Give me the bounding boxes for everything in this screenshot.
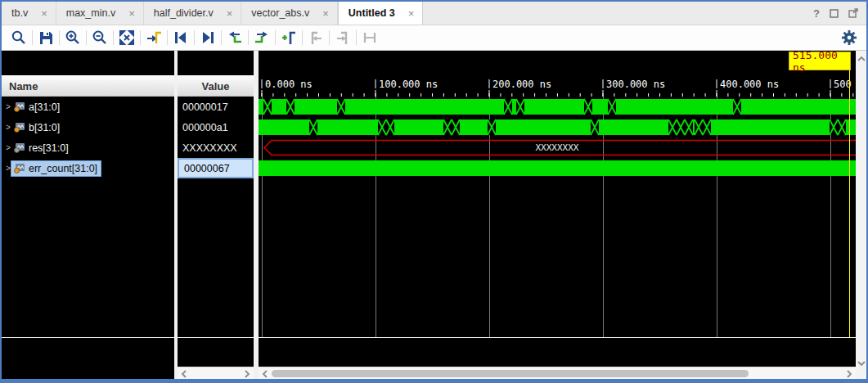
toolbar-separator <box>302 30 303 45</box>
signal-value-text: XXXXXXXX <box>178 142 237 154</box>
signal-name-wrap[interactable]: res[31:0] <box>11 141 72 155</box>
tab-strip: tb.v×max_min.v×half_divider.v×vector_abs… <box>2 2 423 25</box>
time-cursor[interactable] <box>849 70 850 337</box>
tab-vector-abs-v[interactable]: vector_abs.v× <box>241 2 337 25</box>
maximize-icon[interactable] <box>830 9 839 18</box>
svg-text:XXXXXXXX: XXXXXXXX <box>536 142 579 153</box>
waveform-toolbar <box>2 25 866 51</box>
signal-row-a310[interactable]: >a[31:0] <box>2 97 174 117</box>
scroll-right-icon[interactable] <box>844 368 854 379</box>
signal-row-err_count310[interactable]: >err_count[31:0] <box>2 158 174 178</box>
window-content: tb.v×max_min.v×half_divider.v×vector_abs… <box>2 2 866 379</box>
signal-value-res310[interactable]: XXXXXXXX <box>178 137 254 158</box>
scrollbar-thumb[interactable] <box>272 370 749 377</box>
close-icon[interactable]: × <box>41 8 47 19</box>
signal-name-label: err_count[31:0] <box>29 163 97 174</box>
close-icon[interactable]: × <box>128 8 135 19</box>
next-transition-icon[interactable] <box>197 28 218 47</box>
value-column-header[interactable]: Value <box>178 76 254 97</box>
tab-max-min-v[interactable]: max_min.v× <box>56 2 144 25</box>
expand-chevron-icon[interactable]: > <box>2 143 11 152</box>
scroll-right-icon[interactable] <box>242 368 252 379</box>
svg-text:100.000 ns: 100.000 ns <box>379 79 438 90</box>
signal-value-b310[interactable]: 000000a1 <box>178 117 254 137</box>
simulation-window: tb.v×max_min.v×half_divider.v×vector_abs… <box>0 0 868 383</box>
svg-text:200.000 ns: 200.000 ns <box>492 79 551 90</box>
tab-half-divider-v[interactable]: half_divider.v× <box>144 2 242 25</box>
divider <box>259 337 856 338</box>
zoom-fit-icon[interactable] <box>116 28 137 47</box>
svg-text:0.000 ns: 0.000 ns <box>265 79 313 90</box>
toolbar-separator <box>140 30 141 45</box>
toolbar-separator <box>356 30 357 45</box>
zoom-in-icon[interactable] <box>62 28 83 47</box>
signal-name-wrap[interactable]: err_count[31:0] <box>11 161 101 176</box>
close-icon[interactable]: × <box>227 8 233 19</box>
svg-text:300.000 ns: 300.000 ns <box>606 79 665 90</box>
scroll-left-icon[interactable] <box>260 368 270 379</box>
prev-edge-icon[interactable] <box>224 28 245 47</box>
waveform-panel[interactable]: 515.000 ns 0.000 ns100.000 ns200.000 ns3… <box>259 51 856 379</box>
tab-label: vector_abs.v <box>251 7 309 19</box>
signal-value-err_count310[interactable]: 00000067 <box>178 158 254 178</box>
time-axis: 0.000 ns100.000 ns200.000 ns300.000 ns40… <box>259 76 856 97</box>
zoom-out-icon[interactable] <box>89 28 110 47</box>
signal-value-text: 00000017 <box>178 101 228 113</box>
wave-res310[interactable]: XXXXXXXX <box>259 137 856 158</box>
prev-transition-icon[interactable] <box>170 28 191 47</box>
add-marker-icon[interactable] <box>278 28 299 47</box>
signal-name-wrap[interactable]: a[31:0] <box>11 100 63 115</box>
toolbar-separator <box>86 30 87 45</box>
window-controls: ? <box>813 2 866 25</box>
signal-name-label: a[31:0] <box>29 101 60 113</box>
tab-untitled-3[interactable]: Untitled 3× <box>338 2 424 25</box>
wave-err_count310[interactable] <box>259 158 856 178</box>
bus-signal-icon <box>13 122 25 133</box>
toolbar-separator <box>329 30 330 45</box>
expand-chevron-icon[interactable]: > <box>2 123 11 132</box>
scroll-up-icon[interactable] <box>857 54 866 64</box>
expand-chevron-icon[interactable]: > <box>2 164 11 173</box>
wave-horizontal-scrollbar[interactable] <box>259 367 856 379</box>
bus-signal-icon <box>13 163 25 173</box>
go-to-cursor-icon[interactable] <box>143 28 164 47</box>
cursor-time-badge: 515.000 ns <box>789 52 851 70</box>
tab-tb-v[interactable]: tb.v× <box>2 2 56 25</box>
float-icon[interactable] <box>848 8 858 18</box>
wave-b310[interactable] <box>259 117 856 137</box>
signal-value-text: 000000a1 <box>178 122 228 133</box>
scroll-down-icon[interactable] <box>857 358 866 368</box>
scroll-left-icon[interactable] <box>179 368 189 379</box>
close-icon[interactable]: × <box>322 8 329 19</box>
toolbar-separator <box>59 30 60 45</box>
toolbar-icons <box>8 28 380 47</box>
bus-signal-icon <box>13 142 25 153</box>
wave-vertical-scrollbar[interactable] <box>856 51 866 379</box>
help-icon[interactable]: ? <box>813 7 820 20</box>
signal-row-b310[interactable]: >b[31:0] <box>2 117 174 137</box>
toolbar-separator <box>167 30 168 45</box>
tab-bar: tb.v×max_min.v×half_divider.v×vector_abs… <box>2 2 866 25</box>
tab-label: tb.v <box>11 7 28 19</box>
name-column-header[interactable]: Name <box>2 76 174 97</box>
name-column-panel: Name >a[31:0]>b[31:0]>res[31:0]>err_coun… <box>2 51 174 379</box>
toolbar-separator <box>32 30 33 45</box>
signal-value-text: 00000067 <box>179 163 230 174</box>
toolbar-separator <box>221 30 222 45</box>
signal-value-a310[interactable]: 00000017 <box>178 97 254 117</box>
expand-chevron-icon[interactable]: > <box>2 102 11 111</box>
svg-text:400.000 ns: 400.000 ns <box>720 79 779 90</box>
tab-label: Untitled 3 <box>349 7 395 19</box>
next-edge-icon[interactable] <box>251 28 272 47</box>
settings-gear-icon[interactable] <box>839 28 860 47</box>
signal-name-wrap[interactable]: b[31:0] <box>11 120 63 135</box>
close-icon[interactable]: × <box>408 8 415 19</box>
goto-next-marker-icon <box>332 28 353 47</box>
save-icon[interactable] <box>35 28 56 47</box>
wave-a310[interactable] <box>259 97 856 117</box>
value-horizontal-scrollbar[interactable] <box>178 367 254 379</box>
signal-row-res310[interactable]: >res[31:0] <box>2 137 174 158</box>
search-icon[interactable] <box>8 28 29 47</box>
wave-top-strip <box>259 51 856 75</box>
name-top-strip <box>2 51 174 75</box>
